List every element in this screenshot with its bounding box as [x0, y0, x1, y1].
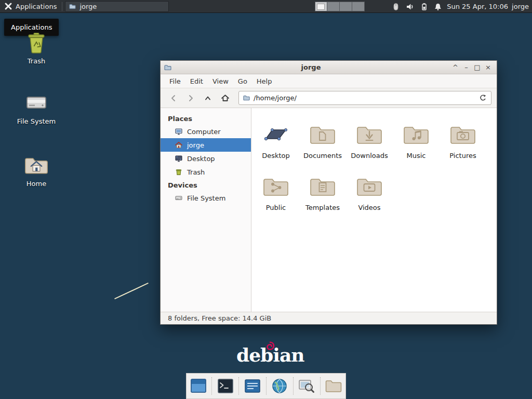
file-label: Desktop — [262, 152, 290, 159]
workspace-3[interactable] — [340, 2, 352, 11]
window-folder-icon — [164, 63, 172, 72]
downloads-folder-icon — [356, 118, 383, 151]
desktop-monitor-icon — [175, 154, 183, 163]
menu-edit[interactable]: Edit — [185, 74, 208, 88]
home-folder-icon — [24, 153, 49, 178]
desktop-icon-home[interactable]: Home — [14, 153, 59, 188]
menubar: File Edit View Go Help — [161, 74, 497, 88]
dock-browser-button[interactable] — [270, 375, 289, 397]
file-videos[interactable]: Videos — [346, 167, 393, 219]
debian-wordmark: debian — [236, 344, 304, 366]
file-manager-window: jorge ^ – □ × File Edit View Go Help /ho… — [160, 60, 497, 325]
menu-go[interactable]: Go — [233, 74, 252, 88]
statusbar: 8 folders, Free space: 14.4 GiB — [161, 312, 497, 324]
up-button[interactable] — [200, 91, 216, 105]
dock-file-manager-button[interactable] — [324, 375, 343, 397]
screen-magnifier-icon — [298, 377, 315, 395]
window-title: jorge — [172, 63, 450, 71]
applications-menu-icon — [4, 2, 12, 10]
videos-folder-icon — [356, 170, 383, 203]
drive-icon — [175, 194, 183, 202]
dock-separator — [293, 377, 294, 395]
window-body: Places Computer jorge Desktop Trash Devi… — [161, 108, 497, 312]
sidebar-item-trash[interactable]: Trash — [161, 165, 251, 179]
file-pictures[interactable]: Pictures — [440, 115, 486, 167]
system-tray — [391, 0, 443, 13]
desktop-icon-trash[interactable]: Trash — [14, 30, 59, 65]
battery-icon[interactable] — [419, 2, 429, 11]
terminal-icon — [217, 377, 234, 395]
file-public[interactable]: Public — [252, 167, 299, 219]
pictures-folder-icon — [449, 118, 476, 151]
file-templates[interactable]: Templates — [299, 167, 346, 219]
documents-folder-icon — [309, 118, 336, 151]
drive-icon — [24, 90, 48, 115]
workspace-4[interactable] — [352, 2, 365, 11]
folder-icon — [325, 377, 342, 395]
sidebar-item-label: jorge — [187, 141, 204, 149]
reload-icon — [479, 94, 487, 102]
bottom-dock — [186, 373, 346, 399]
trash-icon — [175, 168, 183, 176]
workspace-2[interactable] — [327, 2, 340, 11]
sidebar-item-label: File System — [187, 194, 225, 202]
workspace-1[interactable] — [315, 2, 327, 11]
file-music[interactable]: Music — [393, 115, 440, 167]
file-label: Public — [266, 204, 286, 211]
menu-file[interactable]: File — [165, 74, 185, 88]
taskbar-window-button[interactable]: jorge — [65, 1, 169, 12]
sidebar-item-jorge[interactable]: jorge — [161, 138, 251, 152]
panel-clock[interactable]: Sun 25 Apr, 10:06 — [447, 0, 508, 13]
sidebar-item-desktop[interactable]: Desktop — [161, 152, 251, 165]
file-label: Documents — [303, 152, 342, 159]
panel-separator — [62, 2, 62, 11]
window-controls: ^ – □ × — [450, 62, 494, 73]
path-folder-icon — [243, 94, 250, 102]
minimize-button[interactable]: – — [461, 62, 472, 73]
file-downloads[interactable]: Downloads — [346, 115, 393, 167]
panel-username: jorge — [512, 0, 529, 13]
taskbar-window-label: jorge — [79, 3, 97, 10]
dock-window-manager-button[interactable] — [189, 375, 208, 397]
music-folder-icon — [403, 118, 430, 151]
file-documents[interactable]: Documents — [299, 115, 346, 167]
dock-separator — [266, 377, 267, 395]
path-text: /home/jorge/ — [254, 94, 473, 102]
desktop-workspace-icon — [262, 118, 289, 151]
volume-icon[interactable] — [405, 2, 415, 11]
computer-icon — [175, 127, 183, 136]
dock-separator — [211, 377, 212, 395]
forward-button[interactable] — [183, 91, 198, 105]
desktop-icon-label: Trash — [28, 57, 45, 65]
desktop-icon-label: Home — [26, 180, 46, 188]
public-folder-icon — [262, 170, 289, 203]
menu-help[interactable]: Help — [252, 74, 277, 88]
close-button[interactable]: × — [483, 62, 494, 73]
maximize-button[interactable]: □ — [472, 62, 483, 73]
file-grid: Desktop Documents Downloads Music — [251, 108, 497, 312]
file-label: Pictures — [449, 152, 476, 159]
dock-search-button[interactable] — [297, 375, 316, 397]
window-titlebar[interactable]: jorge ^ – □ × — [161, 61, 497, 74]
sidebar-item-file-system[interactable]: File System — [161, 191, 251, 205]
home-button[interactable] — [217, 91, 233, 105]
desktop-icon-file-system[interactable]: File System — [14, 90, 59, 125]
reload-button[interactable] — [476, 91, 490, 104]
applications-menu-button[interactable]: Applications — [0, 0, 61, 12]
window-manager-icon — [190, 377, 207, 395]
mouse-settings-icon[interactable] — [391, 2, 401, 11]
file-label: Music — [407, 152, 426, 159]
globe-icon — [271, 377, 288, 395]
file-label: Videos — [358, 204, 380, 211]
dock-terminal-button[interactable] — [216, 375, 235, 397]
back-button[interactable] — [166, 91, 181, 105]
path-field[interactable]: /home/jorge/ — [238, 91, 491, 105]
notifications-bell-icon[interactable] — [433, 2, 443, 11]
workspace-switcher — [315, 2, 365, 11]
sidebar: Places Computer jorge Desktop Trash Devi… — [161, 108, 251, 312]
dock-settings-button[interactable] — [243, 375, 262, 397]
shade-button[interactable]: ^ — [450, 62, 461, 73]
file-desktop[interactable]: Desktop — [252, 115, 299, 167]
menu-view[interactable]: View — [208, 74, 233, 88]
sidebar-item-computer[interactable]: Computer — [161, 125, 251, 138]
